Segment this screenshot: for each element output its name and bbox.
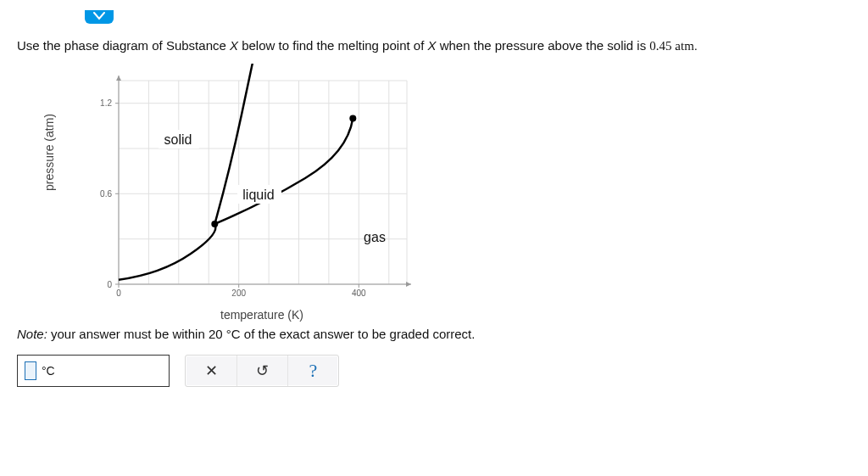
reset-button[interactable]: ↺: [236, 356, 287, 386]
gridlines: [119, 81, 407, 284]
note-tolerance: 20 °C: [209, 327, 241, 341]
q-mid1: below to find the melting point of: [238, 38, 427, 53]
axes: [115, 76, 411, 288]
q-substance-2: X: [428, 38, 437, 53]
reset-icon: ↺: [256, 361, 269, 380]
tick-labels: 0 200 400 0 0.6 1.2: [100, 98, 366, 298]
help-button[interactable]: ?: [287, 356, 338, 386]
ytick-1: 0.6: [100, 189, 112, 199]
answer-unit: °C: [42, 364, 55, 378]
collapse-toggle[interactable]: [85, 10, 114, 24]
clear-icon: ✕: [205, 361, 218, 380]
note-text: Note: your answer must be within 20 °C o…: [17, 327, 851, 341]
xtick-2: 400: [352, 288, 366, 298]
ytick-2: 1.2: [100, 98, 112, 108]
critical-point: [349, 115, 356, 121]
answer-row: °C ✕ ↺ ?: [17, 355, 851, 387]
y-axis-label: pressure (atm): [42, 114, 56, 191]
xtick-0: 0: [116, 288, 121, 298]
phase-diagram: pressure (atm): [68, 64, 424, 318]
chevron-down-icon: [93, 12, 105, 20]
ytick-0: 0: [107, 280, 112, 289]
note-rest-a: your answer must be within: [47, 327, 209, 341]
triple-point: [211, 221, 218, 227]
button-bar: ✕ ↺ ?: [185, 355, 339, 387]
note-rest-b: of the exact answer to be graded correct…: [241, 327, 476, 341]
note-lead: Note:: [17, 327, 47, 341]
q-mid2: when the pressure above the solid is: [437, 38, 650, 53]
q-prefix: Use the phase diagram of Substance: [17, 38, 230, 53]
q-substance-1: X: [230, 38, 238, 53]
phase-curves: [119, 64, 356, 280]
region-gas: gas: [364, 230, 386, 244]
help-icon: ?: [309, 360, 318, 382]
q-pressure: 0.45 atm: [649, 39, 694, 53]
answer-input[interactable]: °C: [17, 355, 170, 387]
region-liquid: liquid: [242, 188, 274, 202]
question-text: Use the phase diagram of Substance X bel…: [17, 36, 851, 55]
answer-cursor-box: [25, 361, 36, 380]
phase-diagram-svg: 0 200 400 0 0.6 1.2 solid liquid gas: [68, 64, 424, 318]
clear-button[interactable]: ✕: [186, 356, 236, 386]
q-suffix: .: [694, 38, 698, 53]
region-labels: solid liquid gas: [159, 130, 386, 244]
x-axis-label: temperature (K): [220, 308, 303, 322]
region-solid: solid: [164, 132, 192, 147]
xtick-1: 200: [231, 288, 246, 298]
